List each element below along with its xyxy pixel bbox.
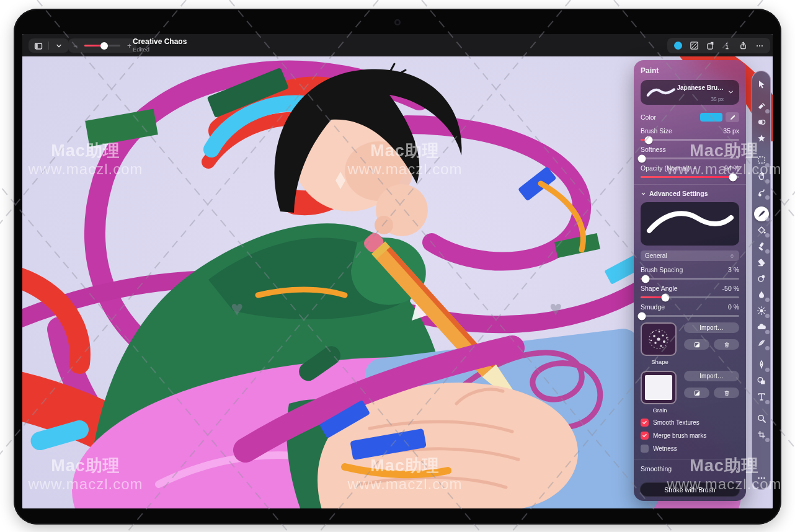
slider-knob[interactable] xyxy=(637,154,646,162)
brush-name: Japanese Bru… xyxy=(677,84,724,91)
document-status: Edited xyxy=(133,46,187,53)
stroke-with-brush-button[interactable]: Stroke with Brush xyxy=(640,482,740,497)
active-color-swatch[interactable] xyxy=(672,40,684,52)
grain-section: Grain Import… xyxy=(641,371,739,414)
pencil-icon xyxy=(729,114,736,121)
select-tool[interactable] xyxy=(754,153,769,167)
more-icon[interactable] xyxy=(753,40,766,52)
invert-icon xyxy=(693,341,701,348)
softness-slider[interactable]: Softness xyxy=(641,146,739,159)
rotate-canvas-icon[interactable] xyxy=(704,40,717,52)
wetness-checkbox[interactable]: Wetness xyxy=(641,445,739,453)
opacity-slider[interactable]: Opacity (Normal) 94 % xyxy=(641,164,739,178)
share-icon[interactable] xyxy=(737,40,749,52)
zoom-tool[interactable] xyxy=(754,411,769,426)
blur-tool[interactable] xyxy=(754,287,769,302)
brush-spacing-slider[interactable]: Brush Spacing3 % xyxy=(641,266,739,280)
sharpen-tool[interactable] xyxy=(754,303,769,318)
info-icon[interactable] xyxy=(721,40,733,52)
shape-import-button[interactable]: Import… xyxy=(684,322,739,333)
shapes-tool[interactable] xyxy=(754,373,769,388)
grain-thumbnail[interactable] xyxy=(641,371,677,404)
panel-title: Paint xyxy=(641,66,739,75)
brush-name-block: Japanese Bru… 35 px xyxy=(677,81,724,104)
settings-category-select[interactable]: General xyxy=(641,250,739,261)
zoom-in-button[interactable]: + xyxy=(127,42,131,50)
sidebar-toggle-icon[interactable] xyxy=(32,40,45,52)
slider-knob[interactable] xyxy=(644,136,652,144)
slider-knob[interactable] xyxy=(661,293,669,301)
erase-tool[interactable] xyxy=(754,255,769,270)
divider xyxy=(634,459,746,459)
slider-knob[interactable] xyxy=(641,275,649,283)
grain-invert-button[interactable] xyxy=(684,388,709,398)
slider-knob[interactable] xyxy=(637,312,646,320)
grain-delete-button[interactable] xyxy=(714,388,739,398)
shape-invert-button[interactable] xyxy=(684,339,709,350)
grain-import-button[interactable]: Import… xyxy=(684,371,739,381)
brush-selector[interactable]: Japanese Bru… 35 px xyxy=(641,80,739,105)
color-row: Color xyxy=(641,112,739,122)
trash-icon xyxy=(723,341,731,348)
more-tools[interactable] xyxy=(754,471,769,485)
grain-label: Grain xyxy=(641,407,679,414)
zoom-slider-knob[interactable] xyxy=(100,42,108,50)
camera-dot xyxy=(394,19,401,25)
arrange-tool[interactable] xyxy=(754,77,769,92)
toolbar-separator xyxy=(48,42,49,50)
shape-angle-slider[interactable]: Shape Angle-50 % xyxy=(641,285,739,298)
toolbar-right-group xyxy=(667,38,770,53)
advanced-settings-header[interactable]: Advanced Settings xyxy=(641,190,739,197)
zoom-out-button[interactable]: − xyxy=(73,42,78,50)
text-tool[interactable] xyxy=(754,389,769,404)
gradient-tool[interactable] xyxy=(754,239,769,254)
slice-tool[interactable] xyxy=(754,427,769,442)
clone-tool[interactable] xyxy=(754,271,769,286)
slider-knob[interactable] xyxy=(729,173,737,181)
crop-tool[interactable] xyxy=(754,99,769,113)
pen-tool[interactable] xyxy=(754,357,769,372)
smoothing-row[interactable]: Smoothing xyxy=(641,465,739,472)
smudge-quick-tool[interactable] xyxy=(754,185,769,200)
chevron-down-icon xyxy=(641,191,646,197)
color-swatch[interactable] xyxy=(700,113,722,122)
invert-icon xyxy=(693,389,701,397)
paint-tool[interactable] xyxy=(754,206,769,221)
chevron-up-icon[interactable] xyxy=(692,166,698,171)
document-title-block: Creative Chaos Edited xyxy=(133,37,187,53)
smoothing-label: Smoothing xyxy=(641,465,672,472)
brush-size-caption: 35 px xyxy=(711,96,724,102)
color-edit-button[interactable] xyxy=(726,112,739,122)
divider xyxy=(634,184,746,185)
shape-thumbnail[interactable] xyxy=(641,322,677,356)
warp-tool[interactable] xyxy=(754,335,769,350)
tool-strip xyxy=(752,71,771,490)
app-window: − + Creative Chaos Edited xyxy=(22,34,773,508)
chevron-down-icon[interactable] xyxy=(53,40,65,52)
zoom-slider-group[interactable]: − + xyxy=(68,38,136,53)
sidebar-toggle-group[interactable] xyxy=(29,38,69,53)
screenshot-stage: − + Creative Chaos Edited xyxy=(0,0,795,532)
color-adjust-tool[interactable] xyxy=(754,115,769,130)
smudge-slider[interactable]: Smudge0 % xyxy=(641,303,739,317)
shape-delete-button[interactable] xyxy=(714,339,739,350)
trash-icon xyxy=(723,389,731,397)
move-tool[interactable] xyxy=(754,169,769,184)
smooth-textures-checkbox[interactable]: Smooth Textures xyxy=(641,419,739,427)
effects-tool[interactable] xyxy=(754,131,769,146)
brush-size-slider[interactable]: Brush Size35 px xyxy=(641,127,739,141)
toolbar: − + Creative Chaos Edited xyxy=(22,34,773,56)
shape-section: Shape Import… xyxy=(641,322,739,365)
document-title: Creative Chaos xyxy=(133,37,187,46)
color-fill-tool[interactable] xyxy=(754,223,769,237)
updown-chevrons-icon[interactable] xyxy=(734,466,739,472)
smoothing-value xyxy=(732,466,739,472)
merge-brush-marks-checkbox[interactable]: Merge brush marks xyxy=(641,432,739,440)
zoom-slider[interactable] xyxy=(84,45,120,47)
paint-panel: Paint Japanese Bru… 35 px Color xyxy=(634,60,746,501)
noise-tool[interactable] xyxy=(754,319,769,334)
chevron-down-icon[interactable] xyxy=(727,87,734,98)
brush-preview xyxy=(641,202,739,246)
shape-label: Shape xyxy=(641,358,679,365)
pattern-icon[interactable] xyxy=(688,40,700,52)
